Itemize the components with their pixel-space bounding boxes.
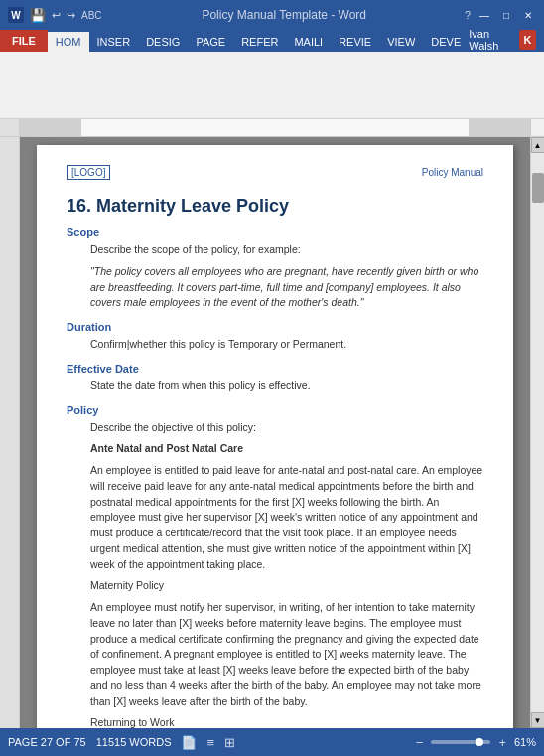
- title-bar-left: W 💾 ↩ ↪ ABC: [8, 7, 104, 23]
- zoom-slider[interactable]: [431, 740, 490, 744]
- document-scroll-area[interactable]: [LOGO] Policy Manual 16. Maternity Leave…: [20, 137, 530, 728]
- section-content-effective-date: State the date from when this policy is …: [90, 378, 483, 394]
- word-count: 11515 WORDS: [96, 736, 172, 748]
- file-tab[interactable]: FILE: [0, 30, 48, 52]
- quick-access-toolbar: 💾 ↩ ↪ ABC: [28, 8, 104, 23]
- page-info: PAGE 27 OF 75: [8, 736, 86, 748]
- status-right: − + 61%: [416, 735, 536, 750]
- status-bar: PAGE 27 OF 75 11515 WORDS 📄 ≡ ⊞ − + 61%: [0, 728, 544, 756]
- section-heading-duration: Duration: [67, 321, 483, 333]
- ruler: [0, 119, 544, 137]
- tab-review[interactable]: REVIE: [331, 32, 379, 52]
- page-header: [LOGO] Policy Manual: [67, 165, 483, 184]
- tab-home[interactable]: HOM: [48, 32, 89, 52]
- word-count-icon[interactable]: 📄: [181, 735, 197, 750]
- tab-references[interactable]: REFER: [233, 32, 286, 52]
- title-bar: W 💾 ↩ ↪ ABC Policy Manual Template - Wor…: [0, 0, 544, 30]
- section-heading-effective-date: Effective Date: [67, 363, 483, 375]
- section-content-duration: Confirm|whether this policy is Temporary…: [90, 337, 483, 353]
- window-title: Policy Manual Template - Word: [104, 8, 465, 22]
- scroll-track[interactable]: [531, 153, 545, 712]
- section-content-scope: Describe the scope of the policy, for ex…: [90, 242, 483, 311]
- word-app-icon: W: [8, 7, 24, 23]
- scope-line-1: Describe the scope of the policy, for ex…: [90, 242, 483, 258]
- minimize-button[interactable]: —: [476, 7, 492, 23]
- save-icon[interactable]: 💾: [28, 8, 48, 23]
- zoom-in-icon[interactable]: +: [498, 735, 506, 750]
- tab-mailings[interactable]: MAILI: [286, 32, 331, 52]
- window-controls: ? — □ ✕: [465, 7, 536, 23]
- maximize-button[interactable]: □: [498, 7, 514, 23]
- undo-icon[interactable]: ↩: [50, 9, 63, 22]
- tab-insert[interactable]: INSER: [89, 32, 139, 52]
- tab-page[interactable]: PAGE: [188, 32, 233, 52]
- main-area: [LOGO] Policy Manual 16. Maternity Leave…: [0, 137, 544, 728]
- logo: [LOGO]: [67, 165, 110, 180]
- duration-line-1: Confirm|whether this policy is Temporary…: [90, 337, 483, 353]
- ruler-main: [20, 119, 530, 136]
- left-margin: [0, 137, 20, 728]
- status-left: PAGE 27 OF 75 11515 WORDS 📄 ≡ ⊞: [8, 735, 235, 750]
- section-heading-scope: Scope: [67, 227, 483, 238]
- close-button[interactable]: ✕: [520, 7, 536, 23]
- redo-icon[interactable]: ↪: [65, 9, 77, 22]
- ribbon-body: [0, 52, 544, 119]
- policy-antenatal-heading: Ante Natal and Post Natal Care: [90, 441, 483, 457]
- section-heading-policy: Policy: [67, 404, 483, 416]
- policy-antenatal-body: An employee is entitled to paid leave fo…: [90, 463, 483, 572]
- zoom-thumb: [476, 738, 483, 746]
- tab-design[interactable]: DESIG: [138, 32, 188, 52]
- policy-maternity-heading: Maternity Policy: [90, 578, 483, 594]
- zoom-out-icon[interactable]: −: [416, 735, 424, 750]
- tab-view[interactable]: VIEW: [379, 32, 423, 52]
- view-layout-icon[interactable]: ≡: [206, 735, 214, 750]
- policy-line-1: Describe the objective of this policy:: [90, 420, 483, 436]
- user-name: Ivan Walsh: [469, 28, 515, 52]
- policy-maternity-body: An employee must notify her supervisor, …: [90, 600, 483, 709]
- spell-check-icon[interactable]: ABC: [79, 10, 104, 21]
- section-content-policy: Describe the objective of this policy: A…: [90, 420, 483, 729]
- header-title: Policy Manual: [422, 167, 483, 178]
- user-area: Ivan Walsh K: [469, 28, 544, 52]
- zoom-percent: 61%: [514, 736, 536, 748]
- ribbon-tabs: FILE HOM INSER DESIG PAGE REFER MAILI RE…: [0, 30, 544, 52]
- user-avatar: K: [519, 30, 536, 50]
- scope-line-2: "The policy covers all employees who are…: [90, 264, 483, 311]
- ruler-left-margin: [0, 119, 20, 136]
- document-title: 16. Maternity Leave Policy: [67, 196, 483, 217]
- scroll-up-button[interactable]: ▲: [531, 137, 545, 153]
- scroll-thumb[interactable]: [532, 173, 544, 203]
- scroll-down-button[interactable]: ▼: [531, 712, 545, 728]
- help-icon[interactable]: ?: [465, 9, 471, 21]
- ruler-right: [530, 119, 544, 136]
- effective-date-line-1: State the date from when this policy is …: [90, 378, 483, 394]
- view-mode-icon[interactable]: ⊞: [224, 735, 235, 750]
- policy-returning-heading: Returning to Work: [90, 715, 483, 728]
- tab-developer[interactable]: DEVE: [423, 32, 469, 52]
- document-page: [LOGO] Policy Manual 16. Maternity Leave…: [37, 145, 513, 728]
- vertical-scrollbar[interactable]: ▲ ▼: [530, 137, 544, 728]
